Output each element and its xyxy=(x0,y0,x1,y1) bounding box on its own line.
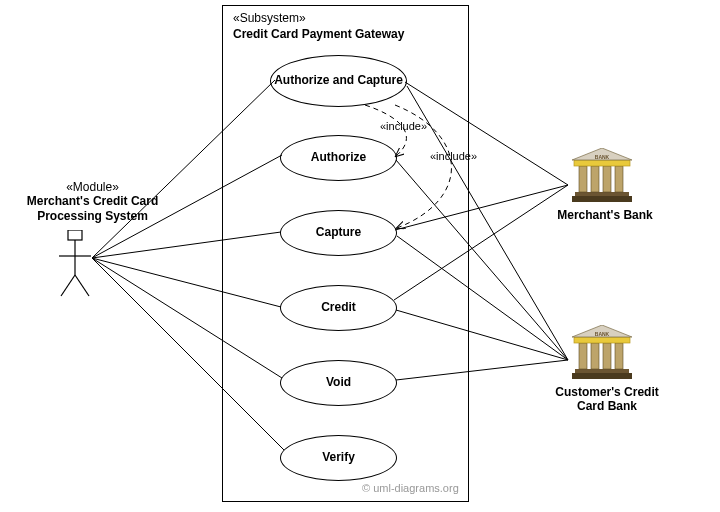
svg-rect-14 xyxy=(615,166,623,192)
actor-name-line1: Merchant's Credit Card xyxy=(27,194,159,208)
actor-stereotype: «Module» xyxy=(66,180,119,194)
subsystem-name: Credit Card Payment Gateway xyxy=(233,27,404,41)
svg-rect-29 xyxy=(574,337,630,343)
svg-line-4 xyxy=(61,275,75,296)
svg-text:BANK: BANK xyxy=(595,154,610,160)
bank-icon: BANK xyxy=(570,325,634,381)
usecase-authorize: Authorize xyxy=(280,135,397,181)
svg-rect-21 xyxy=(579,343,587,369)
svg-rect-27 xyxy=(615,343,623,369)
diagram-canvas: «Subsystem» Credit Card Payment Gateway … xyxy=(0,0,720,512)
usecase-capture: Capture xyxy=(280,210,397,256)
svg-rect-10 xyxy=(591,166,599,192)
svg-rect-19 xyxy=(572,373,632,379)
actor-name-line2: Processing System xyxy=(37,209,148,223)
actor-customer-bank: Customer's Credit Card Bank xyxy=(552,385,662,414)
svg-rect-6 xyxy=(572,196,632,202)
usecase-credit: Credit xyxy=(280,285,397,331)
include-label-2: «include» xyxy=(430,150,477,162)
svg-rect-16 xyxy=(574,160,630,166)
svg-line-5 xyxy=(75,275,89,296)
usecase-label: Verify xyxy=(322,451,355,464)
usecase-label: Authorize xyxy=(311,151,366,164)
subsystem-title: «Subsystem» Credit Card Payment Gateway xyxy=(233,11,404,42)
svg-rect-25 xyxy=(603,343,611,369)
svg-rect-23 xyxy=(591,343,599,369)
actor-name-line1: Customer's Credit xyxy=(555,385,659,399)
svg-rect-12 xyxy=(603,166,611,192)
actor-merchant-system: «Module» Merchant's Credit Card Processi… xyxy=(10,180,175,223)
subsystem-stereotype: «Subsystem» xyxy=(233,11,306,25)
svg-rect-0 xyxy=(68,230,82,240)
svg-rect-20 xyxy=(575,369,629,373)
usecase-label: Authorize and Capture xyxy=(274,74,403,87)
svg-rect-8 xyxy=(579,166,587,192)
usecase-label: Credit xyxy=(321,301,356,314)
copyright-text: © uml-diagrams.org xyxy=(362,482,459,494)
actor-merchant-bank: Merchant's Bank xyxy=(555,208,655,222)
include-label-1: «include» xyxy=(380,120,427,132)
svg-rect-7 xyxy=(575,192,629,196)
actor-name: Merchant's Bank xyxy=(557,208,653,222)
usecase-label: Void xyxy=(326,376,351,389)
actor-name-line2: Card Bank xyxy=(577,399,637,413)
usecase-authorize-and-capture: Authorize and Capture xyxy=(270,55,407,107)
usecase-verify: Verify xyxy=(280,435,397,481)
usecase-void: Void xyxy=(280,360,397,406)
svg-text:BANK: BANK xyxy=(595,331,610,337)
usecase-label: Capture xyxy=(316,226,361,239)
bank-icon: BANK xyxy=(570,148,634,204)
stick-figure-icon xyxy=(55,230,95,300)
